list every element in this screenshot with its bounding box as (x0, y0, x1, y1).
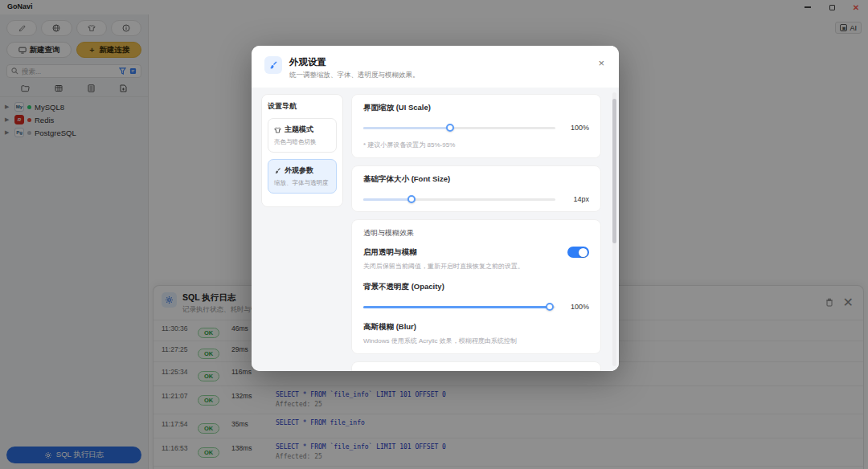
ui-scale-label: 界面缩放 (UI Scale) (363, 103, 589, 113)
appearance-settings-modal: 外观设置 统一调整缩放、字体、透明度与模糊效果。 × 设置导航 主题模式 亮色与… (252, 46, 619, 371)
slider-thumb[interactable] (546, 303, 554, 311)
effects-card: 透明与模糊效果 启用透明与模糊 关闭后保留当前阈值，重新开启时直接恢复之前的设置… (351, 219, 601, 354)
opacity-label: 背景不透明度 (Opacity) (363, 282, 589, 292)
transparency-toggle[interactable] (567, 247, 589, 258)
blur-label: 高斯模糊 (Blur) (363, 322, 589, 332)
slider-thumb[interactable] (407, 195, 416, 203)
slider-thumb[interactable] (446, 124, 454, 132)
nav-item-appearance-params[interactable]: 外观参数 缩放、字体与透明度 (268, 159, 337, 194)
font-size-slider[interactable] (363, 195, 555, 203)
opacity-slider[interactable] (363, 303, 555, 311)
font-size-card: 基础字体大小 (Font Size) 14px (351, 165, 601, 212)
ui-scale-slider[interactable] (363, 124, 555, 132)
ui-scale-note: * 建议小屏设备设置为 85%-95% (363, 141, 589, 149)
opacity-value: 100% (563, 303, 589, 311)
nav-item-desc: 亮色与暗色切换 (274, 138, 330, 146)
ui-scale-card: 界面缩放 (UI Scale) 100% * 建议小屏设备设置为 85%-95% (351, 94, 601, 158)
modal-title: 外观设置 (289, 56, 420, 68)
nav-item-desc: 缩放、字体与透明度 (274, 179, 330, 187)
font-size-value: 14px (563, 195, 589, 203)
scrollbar-thumb[interactable] (612, 99, 616, 243)
nav-item-label: 外观参数 (285, 165, 313, 176)
brush-icon (274, 167, 281, 174)
brush-icon (264, 56, 282, 74)
nav-item-theme-mode[interactable]: 主题模式 亮色与暗色切换 (268, 118, 337, 153)
modal-subtitle: 统一调整缩放、字体、透明度与模糊效果。 (289, 71, 420, 80)
font-size-label: 基础字体大小 (Font Size) (363, 174, 589, 185)
enable-transparency-desc: 关闭后保留当前阈值，重新开启时直接恢复之前的设置。 (363, 262, 589, 271)
settings-nav: 设置导航 主题模式 亮色与暗色切换 外观参数 缩放、字体与透明度 (261, 94, 343, 207)
modal-scrollbar[interactable] (612, 92, 616, 366)
shirt-theme-icon (274, 127, 281, 133)
effects-heading: 透明与模糊效果 (363, 228, 589, 239)
settings-content: 界面缩放 (UI Scale) 100% * 建议小屏设备设置为 85%-95%… (351, 94, 608, 371)
close-modal-icon[interactable]: × (595, 56, 608, 70)
table-display-card: 数据表显示 显示数据表竖向分隔线 仅作用于数据表页面 DataGrid，不影响其… (351, 361, 601, 371)
table-display-heading: 数据表显示 (363, 370, 589, 371)
settings-nav-heading: 设置导航 (268, 101, 337, 112)
nav-item-label: 主题模式 (285, 124, 313, 135)
blur-desc: Windows 使用系统 Acrylic 效果，模糊程度由系统控制 (363, 336, 589, 345)
ui-scale-value: 100% (563, 124, 589, 132)
enable-transparency-label: 启用透明与模糊 (363, 247, 567, 258)
